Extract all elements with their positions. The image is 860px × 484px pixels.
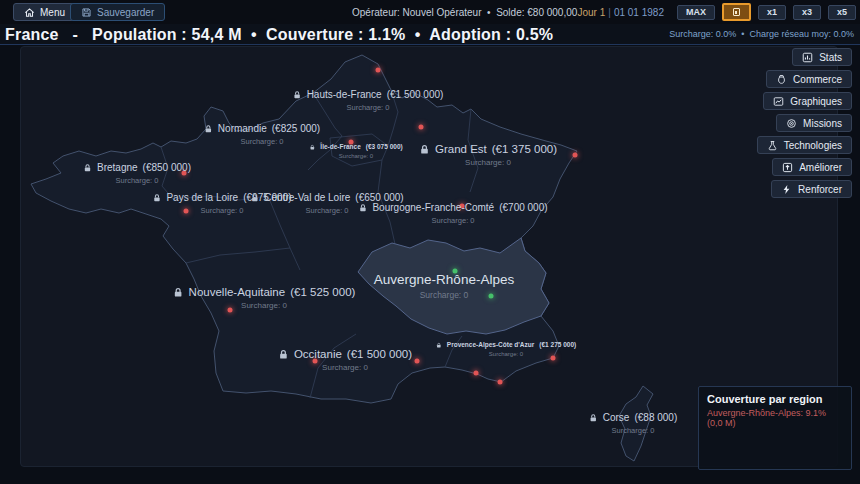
region-name: Centre-Val de Loire: [264, 192, 350, 203]
region-surcharge: Surcharge: 0: [489, 351, 523, 357]
lock-icon: [419, 143, 430, 154]
sidebar-button-am-liorer[interactable]: Améliorer: [772, 158, 852, 176]
lock-icon: [278, 348, 289, 359]
region-price: (€3 075 000): [366, 143, 403, 150]
coverage-panel-title: Couverture par region: [707, 393, 843, 405]
region-surcharge: Surcharge: 0: [241, 301, 287, 310]
region-price: (€1 275 000): [539, 341, 576, 348]
lock-icon: [589, 413, 598, 422]
region-surcharge: Surcharge: 0: [322, 363, 368, 372]
region-surcharge: Surcharge: 0: [612, 426, 655, 435]
region-label-corse[interactable]: Corse (€88 000) Surcharge: 0: [589, 412, 678, 435]
region-name: Hauts-de-France: [307, 89, 382, 100]
lock-icon: [358, 203, 367, 212]
region-price: (€700 000): [499, 202, 547, 213]
sidebar-button-missions[interactable]: Missions: [776, 114, 852, 132]
game-window: Menu Sauvegarder Opérateur: Nouvel Opéra…: [0, 0, 860, 484]
technologies-icon: [767, 140, 778, 151]
region-label-ile-de-france[interactable]: Île-de-France (€3 075 000) Surcharge: 0: [309, 143, 402, 159]
region-surcharge: Surcharge: 0: [465, 158, 511, 167]
region-name: Bourgogne-Franche-Comté: [372, 202, 494, 213]
region-surcharge: Surcharge: 0: [306, 206, 349, 215]
region-surcharge: Surcharge: 0: [241, 137, 284, 146]
region-price: (€1 525 000): [290, 286, 355, 298]
lock-icon: [173, 286, 184, 297]
region-surcharge: Surcharge: 0: [432, 216, 475, 225]
bolt-icon: [781, 184, 792, 195]
region-name: Nouvelle-Aquitaine: [189, 286, 286, 298]
region-label-hauts-de-france[interactable]: Hauts-de-France (€1 500 000) Surcharge: …: [293, 89, 444, 112]
lock-icon: [309, 144, 315, 150]
lock-icon: [83, 163, 92, 172]
sidebar-button-commerce[interactable]: Commerce: [766, 70, 852, 88]
region-price: (€825 000): [272, 123, 320, 134]
region-name: Pays de la Loire: [166, 192, 238, 203]
region-name: Provence-Alpes-Côte d'Azur: [447, 341, 535, 348]
region-name: Île-de-France: [320, 143, 360, 150]
sidebar-button-graphiques[interactable]: Graphiques: [763, 92, 852, 110]
region-label-provence-alpes-cote-dazur[interactable]: Provence-Alpes-Côte d'Azur (€1 275 000) …: [436, 341, 576, 357]
stats-icon: [802, 52, 813, 63]
region-label-occitanie[interactable]: Occitanie (€1 500 000) Surcharge: 0: [278, 348, 412, 372]
region-price: (€88 000): [634, 412, 677, 423]
lock-icon: [250, 193, 259, 202]
lock-icon: [293, 90, 302, 99]
coverage-panel: Couverture par region Auvergne-Rhône-Alp…: [698, 386, 852, 470]
region-label-bourgogne-franche-comte[interactable]: Bourgogne-Franche-Comté (€700 000) Surch…: [358, 202, 547, 225]
region-price: (€1 500 000): [387, 89, 444, 100]
sidebar: Stats Commerce Graphiques Missions Techn…: [757, 48, 852, 198]
region-price: (€850 000): [143, 162, 191, 173]
region-surcharge: Surcharge: 0: [201, 206, 244, 215]
region-name: Grand Est: [435, 143, 487, 155]
region-name: Auvergne-Rhône-Alpes: [374, 272, 514, 287]
sidebar-button-technologies[interactable]: Technologies: [757, 136, 852, 154]
region-price: (€1 375 000): [492, 143, 557, 155]
region-name: Occitanie: [294, 348, 342, 360]
missions-icon: [786, 118, 797, 129]
region-label-grand-est[interactable]: Grand Est (€1 375 000) Surcharge: 0: [419, 143, 557, 167]
region-label-auvergne-rhone-alpes[interactable]: Auvergne-Rhône-Alpes Surcharge: 0: [374, 272, 514, 300]
coverage-rows: Auvergne-Rhône-Alpes: 9.1% (0,0 M): [707, 408, 843, 428]
graph-icon: [773, 96, 784, 107]
commerce-icon: [776, 74, 787, 85]
coverage-row: Auvergne-Rhône-Alpes: 9.1% (0,0 M): [707, 408, 843, 428]
region-surcharge: Surcharge: 0: [347, 103, 390, 112]
sidebar-button-stats[interactable]: Stats: [792, 48, 852, 66]
region-surcharge: Surcharge: 0: [116, 176, 159, 185]
sidebar-button-renforcer[interactable]: Renforcer: [771, 180, 852, 198]
region-name: Bretagne: [97, 162, 138, 173]
upgrade-icon: [782, 162, 793, 173]
region-name: Normandie: [218, 123, 267, 134]
lock-icon: [436, 342, 442, 348]
region-price: (€1 500 000): [347, 348, 412, 360]
region-surcharge: Surcharge: 0: [339, 153, 373, 159]
region-label-bretagne[interactable]: Bretagne (€850 000) Surcharge: 0: [83, 162, 191, 185]
region-surcharge: Surcharge: 0: [420, 290, 469, 300]
region-label-nouvelle-aquitaine[interactable]: Nouvelle-Aquitaine (€1 525 000) Surcharg…: [173, 286, 356, 310]
region-name: Corse: [603, 412, 630, 423]
lock-icon: [204, 124, 213, 133]
region-label-normandie[interactable]: Normandie (€825 000) Surcharge: 0: [204, 123, 320, 146]
lock-icon: [152, 193, 161, 202]
